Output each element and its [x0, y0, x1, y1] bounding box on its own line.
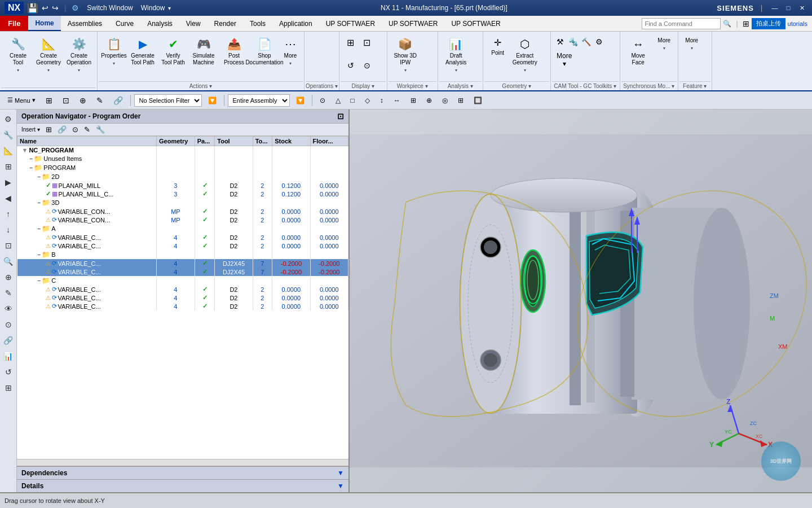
nav-close-icon[interactable]: ⊡ — [337, 112, 344, 121]
feature-more-btn[interactable]: More ▾ — [682, 35, 702, 54]
cam-more-btn[interactable]: More ▾ — [554, 50, 575, 71]
nav-icon-1[interactable]: ⊞ — [43, 125, 54, 134]
tutorials-link[interactable]: utorials — [788, 20, 807, 27]
toggle-icon[interactable]: − — [38, 226, 41, 232]
sync-more-btn[interactable]: More ▾ — [654, 35, 674, 54]
home-menu[interactable]: Home — [28, 16, 60, 31]
lt-btn-6[interactable]: ◀ — [1, 191, 16, 205]
title-save-icon[interactable]: 💾 — [27, 3, 38, 14]
lt-btn-1[interactable]: ⚙ — [1, 112, 16, 126]
display-btn-4[interactable]: ⊙ — [359, 59, 375, 73]
tb2-snap-7[interactable]: ⊞ — [407, 94, 420, 107]
table-row[interactable]: ⚠ ⟳ VARIABLE_C...4✓D220.00000.0000 — [17, 294, 348, 302]
table-row[interactable]: − 📁 PROGRAM — [17, 163, 348, 172]
draft-analysis-btn[interactable]: 📊 DraftAnalysis ▾ — [442, 35, 471, 76]
nav-insert-btn[interactable]: Insert ▾ — [19, 126, 42, 133]
tb2-snap-4[interactable]: ◇ — [361, 94, 374, 107]
table-row[interactable]: ✓ ▦ PLANAR_MILL3✓D220.12000.0000 — [17, 181, 348, 190]
point-btn[interactable]: ✛ Point — [487, 35, 509, 59]
lt-btn-12[interactable]: ✎ — [1, 286, 16, 300]
table-row[interactable]: − 📁 Unused Items — [17, 154, 348, 163]
display-btn-2[interactable]: ⊡ — [359, 35, 375, 50]
analysis-menu[interactable]: Analysis — [140, 16, 179, 31]
table-row[interactable]: − 📁 2D — [17, 172, 348, 181]
toggle-icon[interactable]: − — [38, 252, 41, 258]
simulate-machine-btn[interactable]: 🎮 SimulateMachine — [189, 35, 218, 68]
nav-icon-2[interactable]: 🔗 — [55, 125, 69, 134]
file-menu[interactable]: File — [0, 16, 28, 31]
toggle-icon[interactable]: − — [38, 278, 41, 284]
post-process-btn[interactable]: 📤 PostProcess — [219, 35, 249, 68]
upload-btn[interactable]: 拍桌上传 — [752, 18, 785, 29]
table-row[interactable]: − 📁 A — [17, 224, 348, 233]
curve-menu[interactable]: Curve — [109, 16, 140, 31]
lt-btn-7[interactable]: ↑ — [1, 207, 16, 221]
assemblies-menu[interactable]: Assemblies — [61, 16, 109, 31]
switch-window-btn[interactable]: Switch Window — [87, 4, 133, 12]
layout-icon[interactable]: ⊞ — [743, 19, 749, 28]
lt-btn-3[interactable]: 📐 — [1, 143, 16, 158]
lt-btn-17[interactable]: ↺ — [1, 365, 16, 379]
tb2-icon-2[interactable]: ⊡ — [59, 94, 73, 107]
tb2-snap-2[interactable]: △ — [332, 94, 345, 107]
table-row[interactable]: ⚠ ⟳ VARIABLE_CON...MP✓D220.00000.0000 — [17, 207, 348, 216]
toggle-icon[interactable]: − — [30, 156, 33, 162]
selection-filter-select[interactable]: No Selection Filter — [134, 94, 202, 107]
nav-icon-4[interactable]: ✎ — [82, 125, 92, 134]
table-row[interactable]: ⚠ ⟳ VARIABLE_C...4✓D220.00000.0000 — [17, 242, 348, 250]
cam-btn-4[interactable]: ⚙ — [593, 35, 606, 49]
lt-btn-2[interactable]: 🔧 — [1, 128, 16, 142]
nav-icon-3[interactable]: ⊙ — [70, 125, 81, 134]
assembly-filter-select[interactable]: Entire Assembly — [228, 94, 290, 107]
table-row[interactable]: ✓ ▦ PLANAR_MILL_C...3✓D220.12000.0000 — [17, 190, 348, 198]
lt-btn-10[interactable]: 🔍 — [1, 254, 16, 269]
viewport[interactable]: Z X Y ZC XC YC M XM ZM — [350, 110, 812, 492]
window-btn[interactable]: Window — [141, 4, 165, 12]
tools-menu[interactable]: Tools — [243, 16, 272, 31]
view-menu[interactable]: View — [179, 16, 208, 31]
menu-btn[interactable]: ☰ Menu ▾ — [3, 94, 39, 107]
lt-btn-8[interactable]: ↓ — [1, 222, 16, 237]
details-header[interactable]: Details ▼ — [17, 480, 348, 492]
cam-btn-2[interactable]: 🔩 — [567, 35, 580, 49]
tb2-snap-8[interactable]: ⊕ — [422, 94, 436, 107]
lt-btn-13[interactable]: 👁 — [1, 301, 16, 316]
tb2-icon-4[interactable]: ✎ — [92, 94, 107, 107]
more-actions-btn[interactable]: ⋯ More ▾ — [280, 35, 301, 69]
extract-geometry-btn[interactable]: ⬡ ExtractGeometry ▾ — [510, 35, 540, 76]
application-menu[interactable]: Application — [272, 16, 319, 31]
verify-tool-path-btn[interactable]: ✔ VerifyTool Path — [158, 35, 188, 68]
create-tool-btn[interactable]: 🔧 CreateTool ▾ — [3, 35, 33, 76]
cam-btn-3[interactable]: 🔨 — [580, 35, 593, 49]
command-search[interactable] — [642, 18, 721, 29]
close-btn[interactable]: ✕ — [796, 3, 807, 12]
tb2-snap-1[interactable]: ⊙ — [316, 94, 329, 107]
lt-btn-5[interactable]: ▶ — [1, 175, 16, 190]
properties-btn[interactable]: 📋 Properties ▾ — [101, 35, 127, 69]
tb2-view-1[interactable]: 🔲 — [470, 94, 486, 107]
cam-btn-1[interactable]: ⚒ — [554, 35, 567, 49]
tb2-snap-5[interactable]: ↕ — [376, 94, 387, 107]
tb2-icon-5[interactable]: 🔗 — [109, 94, 127, 107]
nav-icon-5[interactable]: 🔧 — [94, 125, 107, 134]
lt-btn-18[interactable]: ⊞ — [1, 380, 16, 395]
lt-btn-11[interactable]: ⊕ — [1, 270, 16, 284]
toggle-icon[interactable]: − — [30, 165, 33, 171]
create-operation-btn[interactable]: ⚙️ CreateOperation ▾ — [64, 35, 94, 76]
lt-btn-14[interactable]: ⊙ — [1, 317, 16, 332]
tree-hscroll[interactable] — [17, 459, 348, 466]
generate-tool-path-btn[interactable]: ▶ GenerateTool Path — [128, 35, 157, 68]
search-icon[interactable]: 🔍 — [723, 20, 731, 28]
tb2-snap-10[interactable]: ⊞ — [454, 94, 467, 107]
up2-menu[interactable]: UP SOFTWAER — [382, 16, 444, 31]
show-3d-ipw-btn[interactable]: 📦 Show 3DIPW ▾ — [391, 35, 420, 76]
table-row[interactable]: − 📁 C — [17, 276, 348, 285]
lt-btn-9[interactable]: ⊡ — [1, 238, 16, 253]
toggle-icon[interactable]: − — [38, 200, 41, 206]
render-menu[interactable]: Render — [208, 16, 243, 31]
table-row[interactable]: ⚠ ⟳ VARIABLE_C...4✓DJ2X457-0.2000-0.2000 — [17, 268, 348, 276]
table-row[interactable]: − 📁 3D — [17, 198, 348, 207]
move-face-btn[interactable]: ↔ MoveFace — [624, 35, 653, 68]
table-row[interactable]: − 📁 B — [17, 250, 348, 259]
table-row[interactable]: ⚠ ⟳ VARIABLE_CON...MP✓D220.00000.0000 — [17, 216, 348, 224]
